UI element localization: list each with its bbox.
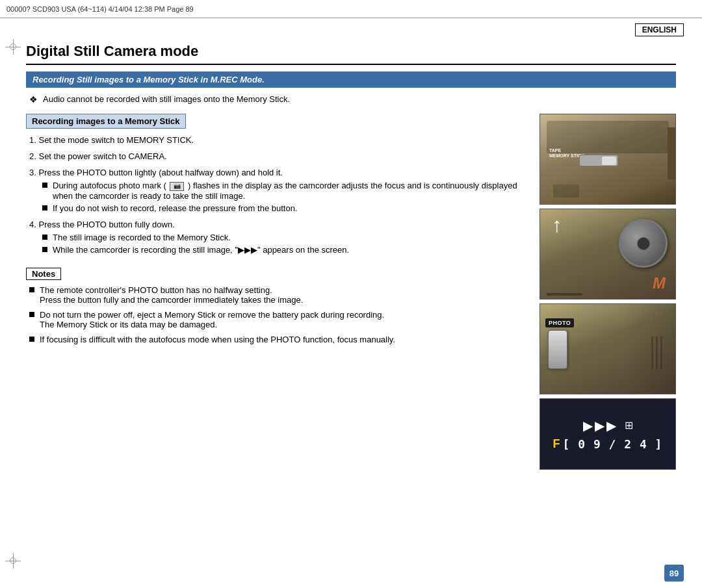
note-1-text: The remote controller's PHOTO button has… [40,285,303,305]
up-arrow-icon: ↑ [552,214,562,235]
step-3-bullet-1-text: During autofocus photo mark ( 📷 ) flashe… [53,181,526,201]
notes-label: Notes [26,268,61,280]
deco-line [547,293,582,296]
step-2-number: 2. [29,151,38,161]
step-1: 1. Set the mode switch to MEMORY STICK. [26,135,526,145]
dial-wheel [619,219,668,268]
step-4-bullet-1: The still image is recorded to the Memor… [42,233,526,242]
slider-thumb [602,157,616,165]
step-3: 3. Press the PHOTO button lightly (about… [26,168,526,213]
note-3-text: If focusing is difficult with the autofo… [40,335,395,344]
page-number: 89 [664,565,684,582]
note-item-3: If focusing is difficult with the autofo… [29,335,526,344]
grip-2 [656,337,658,369]
notes-section: Notes The remote controller's PHOTO butt… [26,268,526,344]
screen-f-badge: F [553,437,560,451]
bullet-square [42,247,47,252]
header-bar: 00000? SCD903 USA (64~114) 4/14/04 12:38… [0,0,702,18]
camera-image-3: PHOTO [540,303,676,394]
camera-image-4: ▶▶▶ ⊞ F [ 0 9 / 2 4 ] [540,398,676,470]
screen-top-row: ▶▶▶ ⊞ [583,418,633,433]
recording-box-heading: Recording images to a Memory Stick [26,114,186,129]
step-4-bullets: The still image is recorded to the Memor… [42,233,526,255]
step-3-bullet-2-text: If you do not wish to record, release th… [53,203,297,213]
camera-image-2: ↑ M [540,209,676,300]
step-4-bullet-2: While the camcorder is recording the sti… [42,245,526,255]
step-4-text: Press the PHOTO button fully down. [38,220,174,229]
bullet-square [29,337,34,342]
note-item-2: Do not turn the power off, eject a Memor… [29,310,526,329]
cross-point: ❖ Audio cannot be recorded with still im… [26,94,676,105]
screen-grid-icon: ⊞ [625,419,633,431]
photo-label: PHOTO [545,318,574,327]
step-4-bullet-2-text: While the camcorder is recording the sti… [53,245,349,255]
cross-point-text: Audio cannot be recorded with still imag… [43,94,290,104]
step-3-number: 3. [29,168,38,177]
cam-side [668,127,675,179]
step-1-number: 1. [29,135,38,145]
notes-list: The remote controller's PHOTO button has… [29,285,526,344]
step-3-bullet-2: If you do not wish to record, release th… [42,203,526,213]
step-2-text: Set the power switch to CAMERA. [38,151,166,161]
screen-arrows: ▶▶▶ [583,418,618,433]
bullet-square [29,287,34,292]
page-content: Digital Still Camera mode Recording Stil… [26,18,676,569]
camera-image-1: TAPE MEMORY STICK [540,114,676,205]
dial-center [637,237,650,250]
grip-3 [651,337,653,369]
step-4: 4. Press the PHOTO button fully down. Th… [26,220,526,255]
step-3-text: Press the PHOTO button lightly (about ha… [38,168,283,177]
section-header: Recording Still images to a Memory Stick… [26,71,676,88]
m-badge: M [653,274,666,292]
main-layout: Recording images to a Memory Stick 1. Se… [26,114,676,470]
grip-1 [660,337,662,369]
screen-counter: [ 0 9 / 2 4 ] [563,437,663,451]
mode-slider [579,155,618,166]
note-item-1: The remote controller's PHOTO button has… [29,285,526,305]
screen-content: ▶▶▶ ⊞ F [ 0 9 / 2 4 ] [540,399,675,469]
bullet-square [29,312,34,317]
right-column: TAPE MEMORY STICK ↑ [540,114,676,470]
photo-button[interactable] [548,330,567,369]
step-3-bullet-1: During autofocus photo mark ( 📷 ) flashe… [42,181,526,201]
cam-bottom-detail [553,185,579,198]
step-3-bullets: During autofocus photo mark ( 📷 ) flashe… [42,181,526,213]
reg-mark-top-left [5,39,21,55]
note-2-text: Do not turn the power off, eject a Memor… [40,310,384,329]
step-4-number: 4. [29,220,38,229]
bullet-square [42,235,47,240]
cross-symbol: ❖ [29,94,38,105]
left-column: Recording images to a Memory Stick 1. Se… [26,114,526,470]
bullet-square [42,183,47,188]
bullet-square [42,205,47,211]
step-1-text: Set the mode switch to MEMORY STICK. [38,135,194,145]
reg-mark-bottom-left [5,553,21,569]
header-text: 00000? SCD903 USA (64~114) 4/14/04 12:38… [6,5,194,13]
cam-body-right [623,304,675,394]
step-4-bullet-1-text: The still image is recorded to the Memor… [53,233,231,242]
step-2: 2. Set the power switch to CAMERA. [26,151,526,161]
screen-counter-row: F [ 0 9 / 2 4 ] [553,437,663,451]
page-title: Digital Still Camera mode [26,43,676,65]
